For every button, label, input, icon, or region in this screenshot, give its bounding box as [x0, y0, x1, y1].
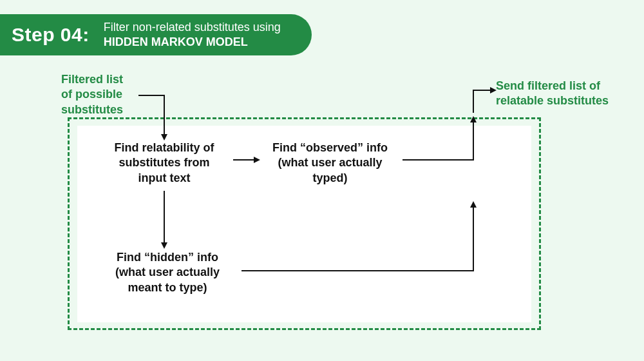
- step-subtitle: Filter non-related substitutes using: [104, 20, 281, 35]
- node-observed: Find “observed” info (what user actually…: [258, 141, 402, 186]
- node-relatability: Find relatability of substitutes from in…: [97, 141, 232, 186]
- input-label-text: Filtered list of possible substitutes: [61, 73, 123, 116]
- node-hidden: Find “hidden” info (what user actually m…: [97, 250, 238, 295]
- step-header: Step 04: Filter non-related substitutes …: [0, 14, 312, 55]
- node-observed-text: Find “observed” info (what user actually…: [272, 141, 388, 184]
- arrow-output: [473, 90, 493, 113]
- step-title-block: Filter non-related substitutes using HID…: [104, 20, 281, 50]
- node-hidden-text: Find “hidden” info (what user actually m…: [115, 251, 220, 294]
- node-relatability-text: Find relatability of substitutes from in…: [114, 141, 214, 184]
- step-number: Step 04:: [12, 24, 90, 46]
- output-label-text: Send filtered list of relatable substitu…: [496, 79, 609, 107]
- step-emphasis: HIDDEN MARKOV MODEL: [104, 35, 281, 50]
- input-label: Filtered list of possible substitutes: [61, 72, 123, 117]
- output-label: Send filtered list of relatable substitu…: [496, 79, 609, 109]
